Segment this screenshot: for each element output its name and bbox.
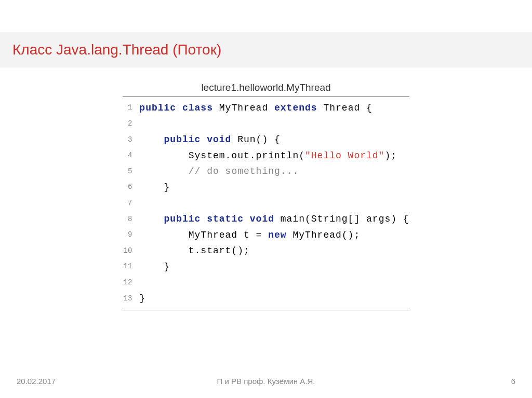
code-content: // do something... bbox=[139, 163, 299, 180]
code-content: } bbox=[139, 291, 145, 307]
code-content bbox=[139, 196, 145, 212]
footer-center: П и РВ проф. Кузёмин А.Я. bbox=[217, 377, 315, 386]
slide-title-bar: Класс Java.lang.Thread (Поток) bbox=[0, 32, 532, 67]
line-number: 7 bbox=[123, 196, 139, 212]
slide-title: Класс Java.lang.Thread (Поток) bbox=[12, 42, 520, 58]
code-line: 5 // do something... bbox=[123, 163, 409, 180]
code-section: lecture1.helloworld.MyThread 1public cla… bbox=[0, 82, 532, 310]
code-line: 7 bbox=[123, 196, 409, 212]
code-content bbox=[139, 275, 145, 291]
code-content bbox=[139, 116, 145, 132]
code-line: 4 System.out.println("Hello World"); bbox=[123, 148, 409, 164]
code-line: 3 public void Run() { bbox=[123, 132, 409, 148]
code-line: 8 public static void main(String[] args)… bbox=[123, 211, 409, 227]
code-caption: lecture1.helloworld.MyThread bbox=[0, 82, 532, 93]
code-line: 6 } bbox=[123, 180, 409, 196]
footer-page: 6 bbox=[511, 377, 515, 386]
line-number: 4 bbox=[123, 148, 139, 164]
code-content: } bbox=[139, 180, 170, 196]
slide-footer: 20.02.2017 П и РВ проф. Кузёмин А.Я. 6 bbox=[0, 377, 532, 386]
code-line: 10 t.start(); bbox=[123, 243, 409, 259]
line-number: 6 bbox=[123, 180, 139, 196]
line-number: 1 bbox=[123, 100, 139, 116]
code-content: public void Run() { bbox=[139, 132, 280, 148]
code-line: 13} bbox=[123, 291, 409, 307]
code-content: MyThread t = new MyThread(); bbox=[139, 227, 360, 243]
line-number: 11 bbox=[123, 259, 139, 275]
code-content: public static void main(String[] args) { bbox=[139, 211, 409, 227]
line-number: 12 bbox=[123, 275, 139, 291]
code-block: 1public class MyThread extends Thread {2… bbox=[123, 97, 409, 310]
code-line: 11 } bbox=[123, 259, 409, 275]
code-content: System.out.println("Hello World"); bbox=[139, 148, 397, 164]
line-number: 2 bbox=[123, 116, 139, 132]
code-content: public class MyThread extends Thread { bbox=[139, 100, 373, 116]
code-line: 2 bbox=[123, 116, 409, 132]
code-line: 9 MyThread t = new MyThread(); bbox=[123, 227, 409, 243]
code-line: 1public class MyThread extends Thread { bbox=[123, 100, 409, 116]
line-number: 5 bbox=[123, 163, 139, 180]
line-number: 10 bbox=[123, 243, 139, 259]
line-number: 3 bbox=[123, 132, 139, 148]
line-number: 13 bbox=[123, 291, 139, 307]
line-number: 8 bbox=[123, 211, 139, 227]
code-line: 12 bbox=[123, 275, 409, 291]
footer-date: 20.02.2017 bbox=[17, 377, 56, 386]
code-content: } bbox=[139, 259, 170, 275]
code-content: t.start(); bbox=[139, 243, 249, 259]
line-number: 9 bbox=[123, 227, 139, 243]
